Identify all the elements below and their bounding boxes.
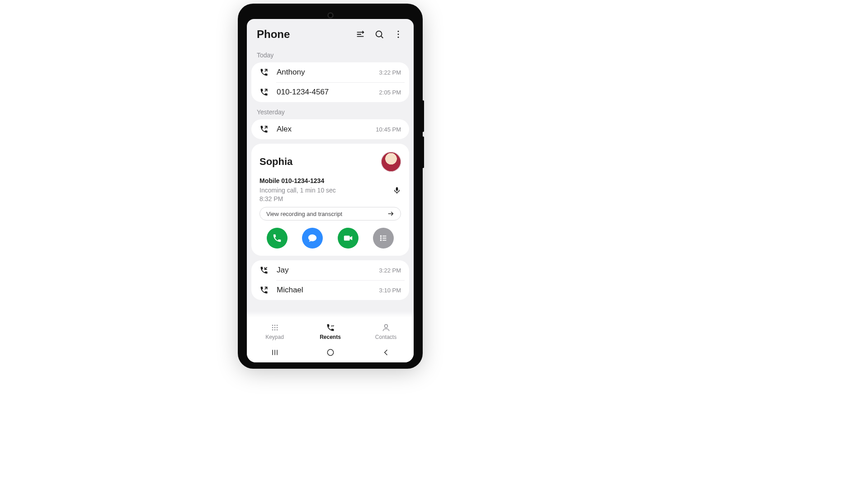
- svg-point-6: [398, 34, 399, 35]
- sys-back-button[interactable]: [382, 348, 391, 359]
- call-incoming-icon: [259, 266, 269, 275]
- svg-point-17: [274, 325, 275, 326]
- svg-point-19: [272, 327, 273, 328]
- call-time: 3:22 PM: [379, 267, 401, 274]
- call-outgoing-icon: [259, 125, 269, 134]
- call-row[interactable]: Anthony 3:22 PM: [251, 62, 409, 82]
- svg-point-3: [376, 31, 382, 37]
- sys-recent-apps-button[interactable]: [270, 348, 279, 359]
- yesterday-card-2: Jay 3:22 PM Michael 3:10 PM: [251, 260, 409, 300]
- recents-icon: [326, 323, 335, 332]
- call-name: Jay: [277, 266, 379, 275]
- svg-point-25: [384, 324, 387, 328]
- svg-point-24: [276, 329, 278, 331]
- svg-point-21: [276, 327, 278, 328]
- tab-recents[interactable]: Recents: [302, 319, 358, 344]
- section-label-yesterday: Yesterday: [247, 102, 414, 119]
- yesterday-card-1: Alex 10:45 PM: [251, 119, 409, 139]
- camera-cutout: [327, 12, 334, 19]
- keypad-icon: [270, 323, 279, 332]
- call-name: Michael: [277, 286, 379, 295]
- call-timestamp: 8:32 PM: [259, 195, 401, 202]
- screen: Phone: [247, 19, 414, 362]
- message-button[interactable]: [302, 228, 323, 249]
- call-time: 10:45 PM: [376, 126, 401, 133]
- today-card: Anthony 3:22 PM 010-1234-4567 2:05 PM: [251, 62, 409, 102]
- call-name: Alex: [277, 125, 376, 134]
- expanded-call-card: Sophia Mobile 010-1234-1234 Incoming cal…: [251, 144, 409, 256]
- call-outgoing-icon: [259, 88, 269, 97]
- arrow-right-icon: [387, 210, 394, 217]
- sys-home-button[interactable]: [326, 348, 335, 359]
- call-button[interactable]: [267, 228, 288, 249]
- svg-line-4: [381, 36, 383, 38]
- system-nav: [247, 344, 414, 362]
- tab-label: Keypad: [265, 334, 284, 340]
- call-name: Anthony: [277, 68, 379, 77]
- phone-frame: Phone: [240, 5, 421, 367]
- svg-point-29: [327, 349, 333, 355]
- call-time: 3:22 PM: [379, 69, 401, 76]
- filter-icon[interactable]: [355, 29, 366, 40]
- call-time: 3:10 PM: [379, 287, 401, 294]
- svg-point-7: [398, 37, 399, 38]
- call-name: 010-1234-4567: [277, 88, 379, 97]
- svg-point-10: [380, 236, 381, 237]
- transcript-label: View recording and transcript: [266, 211, 342, 217]
- tab-label: Contacts: [375, 334, 396, 340]
- svg-point-23: [274, 329, 275, 331]
- microphone-icon: [393, 186, 401, 194]
- bottom-tabbar: Keypad Recents Contacts: [247, 319, 414, 344]
- svg-point-18: [276, 325, 278, 326]
- search-icon[interactable]: [374, 29, 385, 40]
- call-row[interactable]: Michael 3:10 PM: [251, 280, 409, 300]
- tab-contacts[interactable]: Contacts: [358, 319, 414, 344]
- svg-point-14: [380, 240, 381, 241]
- svg-point-20: [274, 327, 275, 328]
- svg-point-5: [398, 31, 399, 32]
- view-transcript-button[interactable]: View recording and transcript: [259, 207, 401, 221]
- svg-point-16: [272, 325, 273, 326]
- svg-point-12: [380, 238, 381, 239]
- contact-name: Sophia: [259, 156, 381, 168]
- call-outgoing-icon: [259, 286, 269, 295]
- tab-label: Recents: [320, 334, 341, 340]
- call-row[interactable]: 010-1234-4567 2:05 PM: [251, 82, 409, 102]
- svg-point-22: [272, 329, 273, 331]
- more-icon[interactable]: [393, 29, 404, 40]
- page-title: Phone: [257, 28, 347, 41]
- call-time: 2:05 PM: [379, 89, 401, 96]
- avatar[interactable]: [381, 152, 401, 172]
- call-summary: Incoming call, 1 min 10 sec: [259, 187, 336, 194]
- call-row[interactable]: Alex 10:45 PM: [251, 119, 409, 139]
- contacts-icon: [382, 323, 391, 332]
- call-list-scroll[interactable]: Today Anthony 3:22 PM 010-1234-4567 2:05…: [247, 45, 414, 362]
- details-button[interactable]: [373, 228, 394, 249]
- video-call-button[interactable]: [338, 228, 359, 249]
- app-header: Phone: [247, 19, 414, 45]
- tab-keypad[interactable]: Keypad: [247, 319, 302, 344]
- action-row: [259, 228, 401, 249]
- contact-phone: Mobile 010-1234-1234: [259, 177, 401, 184]
- section-label-today: Today: [247, 45, 414, 62]
- call-row[interactable]: Jay 3:22 PM: [251, 260, 409, 280]
- call-outgoing-icon: [259, 68, 269, 77]
